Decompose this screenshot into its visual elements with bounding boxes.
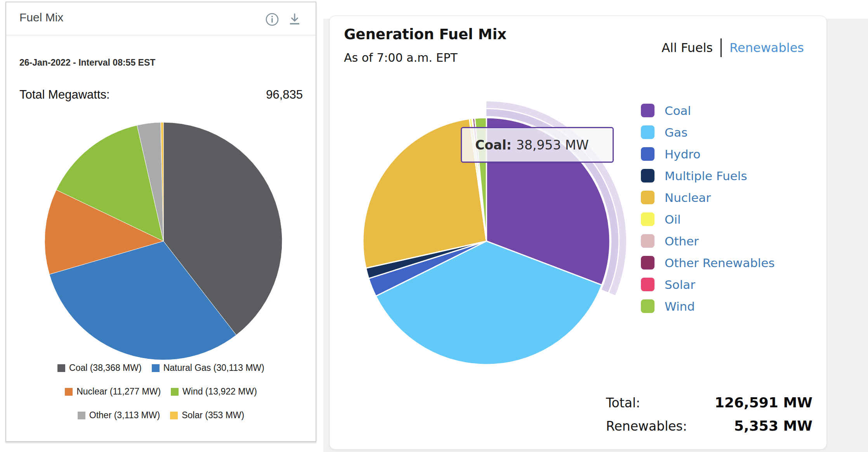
legend-swatch bbox=[152, 364, 160, 372]
left-card-title: Fuel Mix bbox=[19, 11, 63, 24]
total-value: 126,591 MW bbox=[715, 395, 812, 410]
legend-swatch bbox=[641, 191, 654, 204]
legend-item-solar[interactable]: Solar (353 MW) bbox=[170, 410, 244, 421]
legend-item-nuclear: Nuclear bbox=[641, 191, 775, 204]
legend-item-label: Nuclear bbox=[665, 191, 711, 205]
legend-swatch bbox=[641, 278, 654, 291]
legend-item-other[interactable]: Other (3,113 MW) bbox=[78, 410, 160, 421]
legend-row: Nuclear (11,277 MW)Wind (13,922 MW) bbox=[6, 386, 316, 397]
legend-swatch bbox=[641, 169, 654, 183]
legend-swatch bbox=[78, 412, 85, 419]
legend-item-label: Solar bbox=[665, 278, 695, 292]
page: Fuel Mix 26-Jan-2022 - Interval 08:55 ES… bbox=[0, 0, 868, 452]
legend-swatch bbox=[641, 125, 654, 139]
total-megawatts-value: 96,835 bbox=[266, 88, 303, 102]
legend-row: Other (3,113 MW)Solar (353 MW) bbox=[6, 410, 316, 421]
fuel-mix-legend: Coal (38,368 MW)Natural Gas (30,113 MW)N… bbox=[6, 363, 316, 434]
legend-item-hydro: Hydro bbox=[641, 147, 775, 161]
legend-item-label: Coal bbox=[665, 104, 691, 118]
toggle-renewables-link[interactable]: Renewables bbox=[729, 40, 804, 55]
info-icon[interactable] bbox=[265, 12, 279, 26]
total-label: Renewables: bbox=[606, 419, 687, 434]
left-card-toolbar bbox=[265, 12, 302, 26]
legend-row: Coal (38,368 MW)Natural Gas (30,113 MW) bbox=[6, 363, 316, 373]
legend-item-label: Hydro bbox=[665, 147, 700, 161]
total-label: Total: bbox=[606, 395, 640, 410]
legend-item-solar: Solar bbox=[641, 278, 775, 291]
legend-item-other: Other bbox=[641, 234, 775, 248]
total-row: Total:126,591 MW bbox=[606, 395, 812, 410]
legend-swatch bbox=[641, 299, 654, 313]
download-icon[interactable] bbox=[288, 12, 302, 26]
legend-item-label: Nuclear (11,277 MW) bbox=[76, 386, 161, 397]
generation-legend: CoalGasHydroMultiple FuelsNuclearOilOthe… bbox=[641, 104, 775, 321]
legend-item-label: Coal (38,368 MW) bbox=[69, 363, 142, 373]
legend-item-wind: Wind bbox=[641, 299, 775, 313]
legend-item-label: Multiple Fuels bbox=[665, 169, 747, 183]
legend-swatch bbox=[641, 256, 654, 269]
legend-item-gas: Gas bbox=[641, 125, 775, 139]
legend-item-label: Solar (353 MW) bbox=[182, 410, 244, 421]
legend-item-label: Wind (13,922 MW) bbox=[182, 386, 257, 397]
legend-swatch bbox=[57, 364, 65, 372]
interval-timestamp: 26-Jan-2022 - Interval 08:55 EST bbox=[19, 57, 155, 68]
tooltip-value: 38,953 MW bbox=[516, 137, 589, 153]
legend-item-other-renewables: Other Renewables bbox=[641, 256, 775, 269]
right-card-title: Generation Fuel Mix bbox=[344, 26, 507, 43]
legend-item-label: Oil bbox=[665, 212, 681, 226]
renewables-row: Renewables:5,353 MW bbox=[606, 418, 812, 434]
total-megawatts-label: Total Megawatts: bbox=[19, 88, 110, 102]
fuel-view-toggle: All Fuels Renewables bbox=[661, 38, 804, 57]
legend-item-label: Other bbox=[665, 234, 699, 248]
legend-swatch bbox=[65, 388, 73, 396]
legend-item-nuclear[interactable]: Nuclear (11,277 MW) bbox=[65, 386, 161, 397]
legend-item-coal: Coal bbox=[641, 104, 775, 117]
legend-item-label: Other Renewables bbox=[665, 256, 775, 270]
legend-item-coal[interactable]: Coal (38,368 MW) bbox=[57, 363, 142, 373]
legend-item-label: Natural Gas (30,113 MW) bbox=[163, 363, 264, 373]
legend-swatch bbox=[171, 388, 179, 396]
legend-item-label: Other (3,113 MW) bbox=[89, 410, 160, 421]
legend-swatch bbox=[641, 104, 654, 117]
fuel-mix-card: Fuel Mix 26-Jan-2022 - Interval 08:55 ES… bbox=[5, 2, 316, 442]
tooltip-series-label: Coal: bbox=[475, 137, 512, 153]
legend-item-oil: Oil bbox=[641, 212, 775, 226]
totals-block: Total:126,591 MWRenewables:5,353 MW bbox=[606, 395, 812, 441]
legend-swatch bbox=[170, 412, 178, 419]
legend-item-wind[interactable]: Wind (13,922 MW) bbox=[171, 386, 257, 397]
legend-swatch bbox=[641, 234, 654, 248]
generation-fuel-mix-card: Generation Fuel Mix As of 7:00 a.m. EPT … bbox=[329, 16, 827, 450]
header-divider bbox=[6, 35, 316, 35]
legend-swatch bbox=[641, 212, 654, 226]
toggle-separator bbox=[720, 38, 722, 57]
total-megawatts-row: Total Megawatts: 96,835 bbox=[19, 88, 303, 102]
legend-item-natural-gas[interactable]: Natural Gas (30,113 MW) bbox=[152, 363, 264, 373]
as-of-timestamp: As of 7:00 a.m. EPT bbox=[344, 51, 458, 64]
legend-swatch bbox=[641, 147, 654, 161]
coal-tooltip: Coal: 38,953 MW bbox=[461, 127, 614, 163]
legend-item-multiple-fuels: Multiple Fuels bbox=[641, 169, 775, 183]
fuel-mix-pie-chart bbox=[44, 122, 283, 361]
total-value: 5,353 MW bbox=[734, 418, 812, 434]
toggle-all-fuels[interactable]: All Fuels bbox=[661, 40, 713, 55]
legend-item-label: Wind bbox=[665, 299, 695, 313]
legend-item-label: Gas bbox=[665, 125, 687, 139]
